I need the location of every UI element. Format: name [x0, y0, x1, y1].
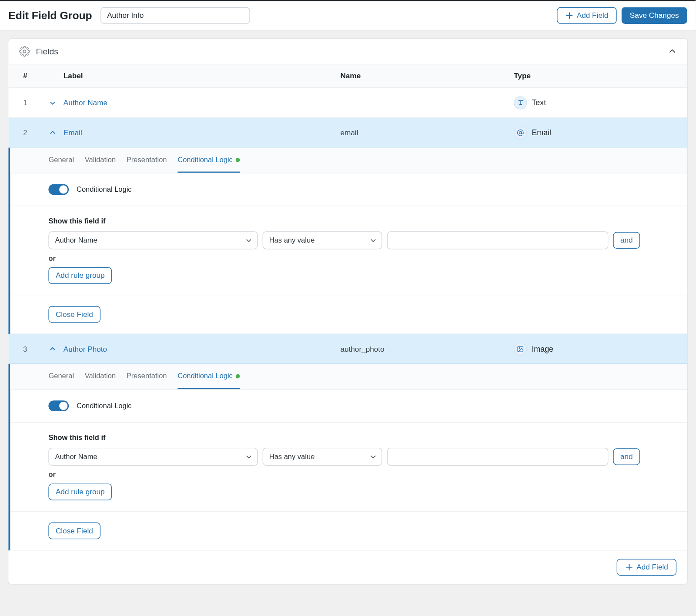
- panel-header: Fields: [8, 39, 687, 64]
- rule-value-input[interactable]: [387, 231, 609, 249]
- row-number: 1: [8, 98, 42, 107]
- rule-section: Show this field if Author Name Has any v…: [10, 423, 687, 512]
- fields-panel: Fields # Label Name Type 1 Author Name T…: [8, 38, 688, 585]
- image-type-icon: [514, 342, 527, 355]
- col-num: #: [8, 72, 42, 80]
- plus-icon: [625, 563, 633, 571]
- add-field-button[interactable]: Add Field: [557, 7, 616, 24]
- chevron-up-icon: [49, 129, 57, 136]
- toggle-label: Conditional Logic: [77, 185, 132, 193]
- add-rule-group-button[interactable]: Add rule group: [48, 483, 112, 500]
- status-dot-icon: [236, 157, 240, 162]
- detail-tabs: General Validation Presentation Conditio…: [10, 148, 687, 173]
- field-detail: General Validation Presentation Conditio…: [8, 364, 687, 550]
- panel-footer: Add Field: [8, 550, 687, 584]
- toggle-label: Conditional Logic: [77, 402, 132, 410]
- panel-title: Fields: [36, 47, 58, 56]
- field-label-link[interactable]: Email: [64, 129, 82, 137]
- svg-point-3: [519, 347, 520, 348]
- save-button[interactable]: Save Changes: [622, 7, 687, 24]
- tab-validation[interactable]: Validation: [85, 364, 116, 389]
- close-field-button[interactable]: Close Field: [48, 523, 100, 539]
- cog-icon: [19, 46, 30, 57]
- conditional-toggle[interactable]: [48, 400, 69, 411]
- tab-validation[interactable]: Validation: [85, 148, 116, 173]
- field-type: Email: [532, 128, 551, 137]
- chevron-down-icon: [49, 99, 57, 107]
- email-type-icon: [514, 126, 527, 139]
- tab-conditional[interactable]: Conditional Logic: [177, 364, 240, 389]
- table-header: # Label Name Type: [8, 65, 687, 88]
- tab-general[interactable]: General: [48, 148, 74, 173]
- rule-value-input[interactable]: [387, 448, 609, 466]
- field-row: 2 Email email Email: [8, 118, 687, 148]
- close-section: Close Field: [10, 295, 687, 333]
- field-label-link[interactable]: Author Name: [64, 99, 107, 107]
- add-rule-group-button[interactable]: Add rule group: [48, 267, 112, 284]
- tab-presentation[interactable]: Presentation: [127, 148, 167, 173]
- tab-conditional[interactable]: Conditional Logic: [177, 148, 240, 173]
- rule-heading: Show this field if: [48, 217, 649, 225]
- field-label-link[interactable]: Author Photo: [64, 345, 107, 353]
- field-row: 3 Author Photo author_photo Image: [8, 334, 687, 364]
- and-button[interactable]: and: [613, 232, 640, 249]
- conditional-toggle[interactable]: [48, 184, 69, 195]
- field-row: 1 Author Name Text: [8, 88, 687, 118]
- plus-icon: [566, 11, 574, 20]
- col-type: Type: [514, 72, 687, 80]
- field-type: Text: [532, 98, 546, 107]
- tab-presentation[interactable]: Presentation: [127, 364, 167, 389]
- close-section: Close Field: [10, 512, 687, 550]
- topbar: Edit Field Group Add Field Save Changes: [0, 0, 696, 30]
- row-toggle[interactable]: [42, 129, 64, 136]
- row-number: 3: [8, 345, 42, 353]
- col-name: Name: [340, 72, 514, 80]
- group-title-input[interactable]: [100, 7, 250, 24]
- tab-general[interactable]: General: [48, 364, 74, 389]
- rule-operator-select[interactable]: Has any value: [263, 448, 382, 466]
- rule-field-select[interactable]: Author Name: [48, 448, 258, 466]
- rule-operator-select[interactable]: Has any value: [263, 231, 382, 249]
- add-field-button[interactable]: Add Field: [617, 559, 676, 576]
- chevron-up-icon: [49, 345, 57, 353]
- toggle-section: Conditional Logic: [10, 390, 687, 423]
- row-toggle[interactable]: [42, 345, 64, 353]
- field-name: email: [340, 128, 514, 137]
- col-label: Label: [64, 72, 341, 80]
- svg-point-1: [519, 131, 522, 134]
- and-button[interactable]: and: [613, 448, 640, 465]
- rule-section: Show this field if Author Name Has any v…: [10, 206, 687, 295]
- row-number: 2: [8, 128, 42, 137]
- status-dot-icon: [236, 374, 240, 378]
- detail-tabs: General Validation Presentation Conditio…: [10, 364, 687, 390]
- field-type: Image: [532, 344, 553, 353]
- text-type-icon: [514, 96, 527, 109]
- row-toggle[interactable]: [42, 99, 64, 107]
- chevron-up-icon[interactable]: [668, 47, 676, 56]
- close-field-button[interactable]: Close Field: [48, 306, 100, 323]
- toggle-section: Conditional Logic: [10, 173, 687, 206]
- page-title: Edit Field Group: [8, 9, 92, 22]
- or-label: or: [48, 254, 649, 262]
- svg-point-0: [23, 50, 26, 53]
- or-label: or: [48, 470, 649, 479]
- field-name: author_photo: [340, 345, 514, 353]
- rule-heading: Show this field if: [48, 433, 649, 442]
- field-detail: General Validation Presentation Conditio…: [8, 148, 687, 334]
- rule-field-select[interactable]: Author Name: [48, 231, 258, 249]
